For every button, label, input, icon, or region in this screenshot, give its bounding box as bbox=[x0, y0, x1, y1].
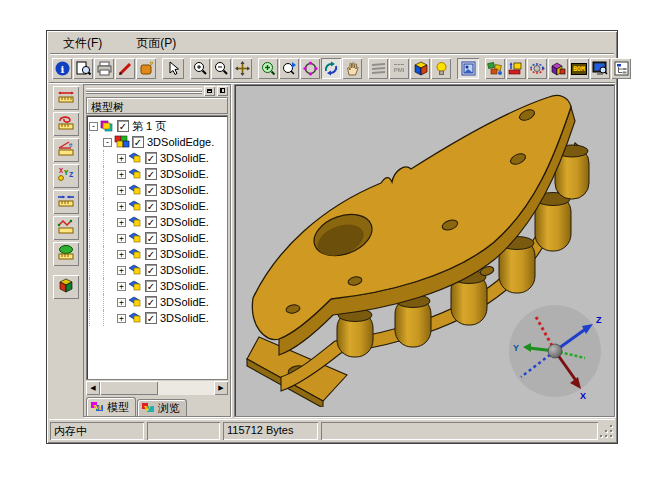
pan-button[interactable] bbox=[232, 58, 252, 79]
print-preview-button[interactable] bbox=[73, 58, 93, 79]
assembly-checkbox[interactable]: ✓ bbox=[132, 136, 144, 148]
measure-curve-button[interactable] bbox=[53, 112, 79, 136]
select-cursor-button[interactable] bbox=[162, 58, 184, 79]
zoom-in-button[interactable] bbox=[190, 58, 210, 79]
scroll-thumb[interactable] bbox=[100, 381, 158, 395]
measure-angle-button[interactable]: θ bbox=[53, 138, 79, 162]
part-checkbox[interactable]: ✓ bbox=[145, 264, 157, 276]
tree-label[interactable]: 3DSolidE. bbox=[160, 248, 209, 260]
observe-button[interactable] bbox=[279, 58, 299, 79]
expand-icon[interactable]: + bbox=[117, 154, 126, 163]
print-button[interactable] bbox=[94, 58, 114, 79]
image-mode-button[interactable] bbox=[457, 58, 479, 79]
tree-view-button[interactable] bbox=[611, 58, 631, 79]
measure-coordinate-button[interactable]: XYZ bbox=[53, 164, 79, 188]
tree-row-part[interactable]: + ✓ 3DSolidE. bbox=[89, 198, 227, 214]
tree-row-part[interactable]: + ✓ 3DSolidE. bbox=[89, 230, 227, 246]
expand-icon[interactable]: + bbox=[117, 186, 126, 195]
views-cube-button[interactable] bbox=[410, 58, 430, 79]
expand-icon[interactable]: + bbox=[117, 266, 126, 275]
tree-label[interactable]: 3DSolidE. bbox=[160, 296, 209, 308]
tree-label[interactable]: 3DSolidE. bbox=[160, 280, 209, 292]
gripper-handle[interactable] bbox=[86, 88, 202, 94]
part-checkbox[interactable]: ✓ bbox=[145, 312, 157, 324]
light-button[interactable] bbox=[431, 58, 451, 79]
tree-row-part[interactable]: + ✓ 3DSolidE. bbox=[89, 150, 227, 166]
scroll-left-button[interactable]: ◀ bbox=[86, 381, 100, 395]
expand-icon[interactable]: + bbox=[117, 170, 126, 179]
pmi-button[interactable]: PMI bbox=[389, 58, 409, 79]
expand-icon[interactable]: + bbox=[117, 282, 126, 291]
layers-button[interactable] bbox=[368, 58, 388, 79]
tree-row-part[interactable]: + ✓ 3DSolidE. bbox=[89, 246, 227, 262]
measure-volume-button[interactable] bbox=[53, 275, 79, 299]
move-part-button[interactable] bbox=[506, 58, 526, 79]
measure-distance-button[interactable] bbox=[53, 86, 79, 110]
part-checkbox[interactable]: ✓ bbox=[145, 232, 157, 244]
bom-button[interactable]: BOM bbox=[569, 58, 589, 79]
measure-area-button[interactable] bbox=[53, 242, 79, 266]
tab-browse[interactable]: V 浏览 bbox=[137, 399, 187, 416]
markup-pen-button[interactable] bbox=[115, 58, 135, 79]
zoom-out-button[interactable] bbox=[211, 58, 231, 79]
tree-label[interactable]: 3DSolidE. bbox=[160, 232, 209, 244]
measure-min-distance-button[interactable] bbox=[53, 190, 79, 214]
part-checkbox[interactable]: ✓ bbox=[145, 200, 157, 212]
menu-file[interactable]: 文件(F) bbox=[59, 33, 106, 54]
menu-page[interactable]: 页面(P) bbox=[132, 33, 180, 54]
expand-icon[interactable]: + bbox=[117, 250, 126, 259]
rotate-part-button[interactable] bbox=[527, 58, 547, 79]
tree-label[interactable]: 3DSolidE. bbox=[160, 312, 209, 324]
scroll-right-button[interactable]: ▶ bbox=[214, 381, 228, 395]
viewport-3d[interactable]: Z X Y bbox=[234, 84, 615, 417]
spin-view-button[interactable] bbox=[321, 58, 341, 79]
collapse-icon[interactable]: - bbox=[89, 122, 98, 131]
tree-row-page[interactable]: - ✓ 第 1 页 bbox=[89, 118, 227, 134]
tree-label[interactable]: 3DSolidE. bbox=[160, 200, 209, 212]
tree-row-part[interactable]: + ✓ 3DSolidE. bbox=[89, 262, 227, 278]
hand-pan-button[interactable] bbox=[342, 58, 362, 79]
section-boxes-button[interactable] bbox=[548, 58, 568, 79]
panel-float-button[interactable] bbox=[204, 86, 215, 96]
measure-polyline-button[interactable] bbox=[53, 216, 79, 240]
part-checkbox[interactable]: ✓ bbox=[145, 184, 157, 196]
expand-icon[interactable]: + bbox=[117, 234, 126, 243]
expand-icon[interactable]: + bbox=[117, 298, 126, 307]
tree-row-assembly[interactable]: - ✓ 3DSolidEdge. bbox=[89, 134, 227, 150]
tree-label[interactable]: 第 1 页 bbox=[132, 119, 166, 134]
part-checkbox[interactable]: ✓ bbox=[145, 296, 157, 308]
tree-label[interactable]: 3DSolidE. bbox=[160, 184, 209, 196]
tree-row-part[interactable]: + ✓ 3DSolidE. bbox=[89, 214, 227, 230]
part-checkbox[interactable]: ✓ bbox=[145, 168, 157, 180]
tree-label[interactable]: 3DSolidE. bbox=[160, 168, 209, 180]
model-tree[interactable]: - ✓ 第 1 页 - ✓ 3DSolidEdge. bbox=[86, 115, 228, 380]
part-checkbox[interactable]: ✓ bbox=[145, 152, 157, 164]
scroll-track[interactable] bbox=[158, 381, 214, 395]
tree-row-part[interactable]: + ✓ 3DSolidE. bbox=[89, 166, 227, 182]
tree-row-part[interactable]: + ✓ 3DSolidE. bbox=[89, 294, 227, 310]
tree-label[interactable]: 3DSolidE. bbox=[160, 264, 209, 276]
collapse-icon[interactable]: - bbox=[103, 138, 112, 147]
tree-label[interactable]: 3DSolidEdge. bbox=[147, 136, 214, 148]
parts-explode-button[interactable] bbox=[485, 58, 505, 79]
tree-row-part[interactable]: + ✓ 3DSolidE. bbox=[89, 310, 227, 326]
tree-label[interactable]: 3DSolidE. bbox=[160, 152, 209, 164]
tree-label[interactable]: 3DSolidE. bbox=[160, 216, 209, 228]
expand-icon[interactable]: + bbox=[117, 202, 126, 211]
part-checkbox[interactable]: ✓ bbox=[145, 248, 157, 260]
tab-model[interactable]: M 模型 bbox=[86, 397, 136, 416]
expand-icon[interactable]: + bbox=[117, 314, 126, 323]
panel-hide-button[interactable] bbox=[217, 86, 228, 96]
page-checkbox[interactable]: ✓ bbox=[117, 120, 129, 132]
part-checkbox[interactable]: ✓ bbox=[145, 280, 157, 292]
resize-grip[interactable] bbox=[601, 426, 614, 439]
zoom-window-button[interactable] bbox=[258, 58, 278, 79]
expand-icon[interactable]: + bbox=[117, 218, 126, 227]
tree-hscrollbar[interactable]: ◀ ▶ bbox=[86, 381, 228, 395]
tree-row-part[interactable]: + ✓ 3DSolidE. bbox=[89, 182, 227, 198]
panel-gripper[interactable] bbox=[84, 85, 230, 96]
stamp-button[interactable] bbox=[136, 58, 156, 79]
rotate-target-button[interactable] bbox=[300, 58, 320, 79]
part-checkbox[interactable]: ✓ bbox=[145, 216, 157, 228]
info-button[interactable]: i bbox=[52, 58, 72, 79]
